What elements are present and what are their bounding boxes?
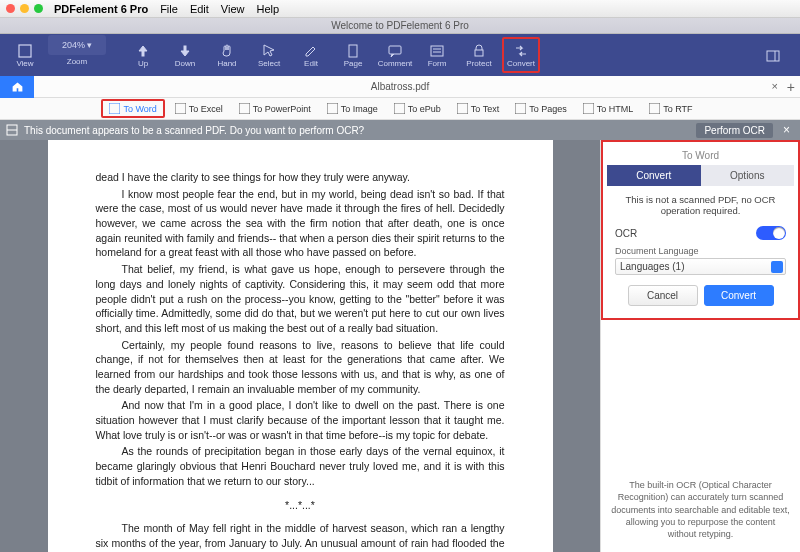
menu-help[interactable]: Help	[257, 3, 280, 15]
new-tab-icon[interactable]: +	[787, 79, 795, 95]
ocr-toggle[interactable]	[756, 226, 786, 240]
doc-text: I know most people fear the end, but in …	[96, 187, 505, 260]
tab-convert[interactable]: Convert	[607, 165, 701, 186]
zoom-control[interactable]: 204%▾	[48, 35, 106, 55]
doc-text: dead I have the clarity to see things fo…	[96, 170, 505, 185]
ocr-status-message: This is not a scanned PDF, no OCR operat…	[615, 194, 786, 216]
form-tool[interactable]: Form	[418, 37, 456, 73]
up-tool[interactable]: Up	[124, 37, 162, 73]
home-tab[interactable]	[0, 76, 34, 98]
svg-rect-9	[767, 51, 779, 61]
svg-rect-19	[649, 103, 660, 114]
app-menu-name[interactable]: PDFelement 6 Pro	[54, 3, 148, 15]
ocr-banner: This document appears to be a scanned PD…	[0, 120, 800, 140]
app-menu: PDFelement 6 Pro File Edit View Help	[54, 3, 279, 15]
to-excel[interactable]: To Excel	[169, 101, 229, 116]
protect-tool[interactable]: Protect	[460, 37, 498, 73]
down-tool[interactable]: Down	[166, 37, 204, 73]
pdf-page: dead I have the clarity to see things fo…	[48, 140, 553, 552]
close-tab-icon[interactable]: ×	[772, 80, 778, 92]
sidebar-tabs: Convert Options	[607, 165, 794, 186]
window-title-text: Welcome to PDFelement 6 Pro	[331, 20, 469, 31]
format-bar: To Word To Excel To PowerPoint To Image …	[0, 98, 800, 120]
ocr-message: This document appears to be a scanned PD…	[24, 125, 364, 136]
svg-rect-1	[142, 51, 144, 56]
to-pages[interactable]: To Pages	[509, 101, 573, 116]
doc-text: And now that I'm in a good place, I don'…	[96, 398, 505, 442]
minimize-window[interactable]	[20, 4, 29, 13]
doc-text: As the rounds of precipitation began in …	[96, 444, 505, 488]
close-banner-icon[interactable]: ×	[779, 123, 794, 137]
hand-tool[interactable]: Hand	[208, 37, 246, 73]
maximize-window[interactable]	[34, 4, 43, 13]
to-html[interactable]: To HTML	[577, 101, 640, 116]
to-text[interactable]: To Text	[451, 101, 505, 116]
svg-rect-13	[239, 103, 250, 114]
cancel-button[interactable]: Cancel	[628, 285, 698, 306]
svg-rect-18	[583, 103, 594, 114]
svg-rect-0	[19, 45, 31, 57]
svg-rect-8	[475, 50, 483, 56]
convert-button[interactable]: Convert	[704, 285, 774, 306]
convert-sidebar: To Word Convert Options This is not a sc…	[600, 140, 800, 552]
svg-rect-15	[394, 103, 405, 114]
main-toolbar: View 204%▾ Zoom Up Down Hand Select Edit…	[0, 34, 800, 76]
menu-file[interactable]: File	[160, 3, 178, 15]
document-tabs: Albatross.pdf × +	[0, 76, 800, 98]
sidebar-panel: To Word Convert Options This is not a sc…	[601, 140, 800, 320]
svg-rect-5	[431, 46, 443, 56]
menu-edit[interactable]: Edit	[190, 3, 209, 15]
to-word[interactable]: To Word	[101, 99, 164, 118]
to-image[interactable]: To Image	[321, 101, 384, 116]
language-select[interactable]: Languages (1)	[615, 258, 786, 275]
perform-ocr-button[interactable]: Perform OCR	[696, 123, 773, 138]
svg-rect-14	[327, 103, 338, 114]
svg-rect-17	[515, 103, 526, 114]
window-controls	[6, 4, 43, 13]
sidebar-body: This is not a scanned PDF, no OCR operat…	[607, 186, 794, 314]
to-rtf[interactable]: To RTF	[643, 101, 698, 116]
mac-menu-bar: PDFelement 6 Pro File Edit View Help	[0, 0, 800, 18]
section-break: *...*...*	[96, 498, 505, 513]
document-tab[interactable]: Albatross.pdf	[371, 81, 429, 92]
scan-icon	[6, 124, 18, 136]
comment-tool[interactable]: Comment	[376, 37, 414, 73]
tab-options[interactable]: Options	[701, 165, 795, 186]
svg-rect-4	[389, 46, 401, 54]
sidebar-title: To Word	[607, 146, 794, 165]
main-area: dead I have the clarity to see things fo…	[0, 140, 800, 552]
select-tool[interactable]: Select	[250, 37, 288, 73]
view-tool[interactable]: View	[6, 37, 44, 73]
svg-rect-2	[184, 46, 186, 51]
doc-text: That belief, my friend, is what gave us …	[96, 262, 505, 335]
to-epub[interactable]: To ePub	[388, 101, 447, 116]
svg-rect-16	[457, 103, 468, 114]
ocr-toggle-label: OCR	[615, 228, 637, 239]
zoom-label: Zoom	[67, 57, 87, 66]
window-title: Welcome to PDFelement 6 Pro	[0, 18, 800, 34]
panel-toggle[interactable]	[754, 38, 792, 74]
menu-view[interactable]: View	[221, 3, 245, 15]
svg-rect-11	[109, 103, 120, 114]
convert-tool[interactable]: Convert	[502, 37, 540, 73]
svg-rect-3	[349, 45, 357, 57]
close-window[interactable]	[6, 4, 15, 13]
doc-text: The month of May fell right in the middl…	[96, 521, 505, 552]
document-viewport[interactable]: dead I have the clarity to see things fo…	[0, 140, 600, 552]
to-powerpoint[interactable]: To PowerPoint	[233, 101, 317, 116]
language-label: Document Language	[615, 246, 786, 256]
page-tool[interactable]: Page	[334, 37, 372, 73]
svg-rect-12	[175, 103, 186, 114]
sidebar-footer-text: The built-in OCR (Optical Character Reco…	[601, 467, 800, 552]
doc-text: Certainly, my people found reasons to li…	[96, 338, 505, 397]
edit-tool[interactable]: Edit	[292, 37, 330, 73]
